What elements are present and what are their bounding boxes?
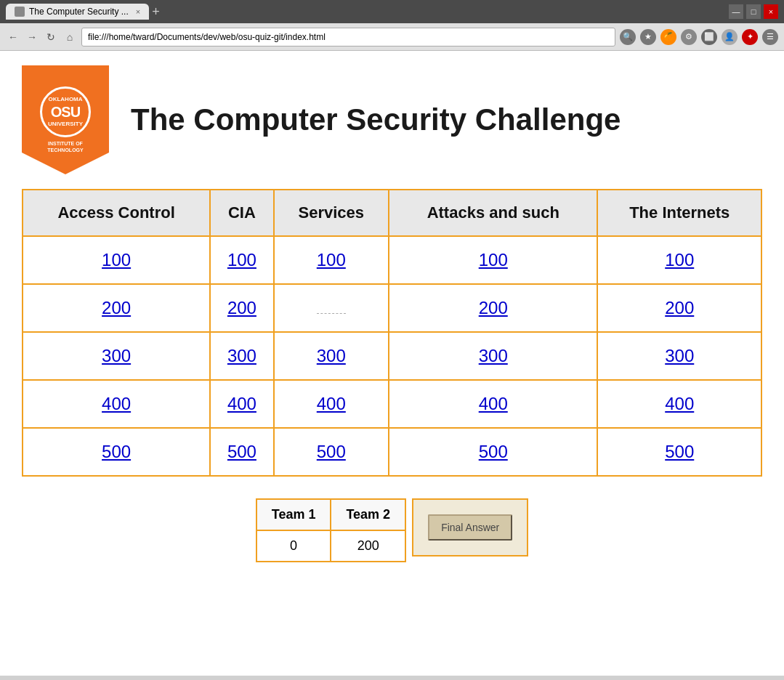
cell-cia-200[interactable]: 200 [210, 284, 273, 332]
osu-logo: OKLAHOMA OSU UNIVERSITY INSTITUTE OF TEC… [22, 65, 109, 174]
link-attacks-400[interactable]: 400 [479, 394, 508, 413]
link-attacks-500[interactable]: 500 [479, 442, 508, 461]
cell-attacks-200[interactable]: 200 [389, 284, 597, 332]
jeopardy-table: Access Control CIA Services Attacks and … [22, 189, 762, 477]
new-tab-button[interactable]: + [152, 4, 160, 20]
cell-services-100[interactable]: 100 [274, 236, 389, 284]
cell-access-control-400[interactable]: 400 [23, 380, 210, 428]
score-row-500: 500500500500500 [23, 428, 761, 476]
browser-tab[interactable]: The Computer Security ... × [6, 4, 149, 20]
link-services-400[interactable]: 400 [317, 394, 346, 413]
browser-toolbar: ← → ↻ ⌂ 🔍 ★ 🍊 ⚙ ⬜ 👤 ✦ ☰ [0, 23, 784, 51]
window-icon[interactable]: ⬜ [701, 29, 717, 45]
category-header-services: Services [274, 190, 389, 236]
link-services-300[interactable]: 300 [317, 346, 346, 365]
link-cia-100[interactable]: 100 [227, 250, 256, 270]
cell-internets-100[interactable]: 100 [597, 236, 761, 284]
tab-close-button[interactable]: × [136, 7, 140, 16]
link-internets-400[interactable]: 400 [665, 394, 694, 413]
final-answer-button[interactable]: Final Answer [428, 514, 512, 541]
addon-icon[interactable]: ✦ [742, 29, 758, 45]
home-button[interactable]: ⌂ [62, 30, 77, 44]
link-access-control-400[interactable]: 400 [102, 394, 131, 413]
link-access-control-300[interactable]: 300 [102, 346, 131, 365]
cell-services-500[interactable]: 500 [274, 428, 389, 476]
cell-access-control-200[interactable]: 200 [23, 284, 210, 332]
menu-icon[interactable]: ☰ [762, 29, 778, 45]
team2-score: 200 [331, 530, 405, 562]
maximize-button[interactable]: □ [746, 4, 761, 19]
bookmark-icon[interactable]: ★ [640, 29, 656, 45]
score-row-400: 400400400400400 [23, 380, 761, 428]
user-icon[interactable]: 🍊 [660, 29, 676, 45]
cell-internets-500[interactable]: 500 [597, 428, 761, 476]
logo-bottom-text: INSTITUTE OF TECHNOLOGY [47, 140, 83, 153]
settings-icon[interactable]: ⚙ [681, 29, 697, 45]
tab-title: The Computer Security ... [29, 7, 129, 17]
link-access-control-200[interactable]: 200 [102, 298, 131, 317]
cell-attacks-100[interactable]: 100 [389, 236, 597, 284]
cell-internets-200[interactable]: 200 [597, 284, 761, 332]
cell-attacks-300[interactable]: 300 [389, 332, 597, 380]
cell-internets-400[interactable]: 400 [597, 380, 761, 428]
cell-cia-100[interactable]: 100 [210, 236, 273, 284]
score-row-100: 100100100100100 [23, 236, 761, 284]
browser-chrome: The Computer Security ... × + — □ × ← → … [0, 0, 784, 51]
cell-attacks-500[interactable]: 500 [389, 428, 597, 476]
minimize-button[interactable]: — [729, 4, 743, 19]
link-services-100[interactable]: 100 [317, 250, 346, 270]
link-access-control-100[interactable]: 100 [102, 250, 131, 270]
cell-cia-500[interactable]: 500 [210, 428, 273, 476]
category-header-cia: CIA [210, 190, 273, 236]
link-attacks-100[interactable]: 100 [479, 250, 508, 270]
page-title: The Computer Security Challenge [131, 102, 621, 137]
teams-table: Team 1 Team 2 0 200 [256, 498, 406, 562]
logo-osu-text: OKLAHOMA OSU UNIVERSITY [48, 96, 83, 127]
cell-services-200 [274, 284, 389, 332]
link-access-control-500[interactable]: 500 [102, 442, 131, 461]
reload-button[interactable]: ↻ [44, 30, 58, 44]
link-services-500[interactable]: 500 [317, 442, 346, 461]
link-attacks-300[interactable]: 300 [479, 346, 508, 365]
cell-access-control-100[interactable]: 100 [23, 236, 210, 284]
cell-cia-300[interactable]: 300 [210, 332, 273, 380]
page-content: OKLAHOMA OSU UNIVERSITY INSTITUTE OF TEC… [0, 51, 784, 676]
link-cia-500[interactable]: 500 [227, 442, 256, 461]
page-header: OKLAHOMA OSU UNIVERSITY INSTITUTE OF TEC… [22, 65, 762, 174]
teams-header-row: Team 1 Team 2 [256, 499, 405, 530]
window-controls: — □ × [729, 4, 778, 19]
link-internets-200[interactable]: 200 [665, 298, 694, 317]
logo-circle: OKLAHOMA OSU UNIVERSITY [40, 86, 91, 137]
forward-button[interactable]: → [25, 30, 39, 44]
browser-titlebar: The Computer Security ... × + — □ × [0, 0, 784, 23]
link-attacks-200[interactable]: 200 [479, 298, 508, 317]
category-header-access-control: Access Control [23, 190, 210, 236]
link-cia-300[interactable]: 300 [227, 346, 256, 365]
score-row-300: 300300300300300 [23, 332, 761, 380]
category-header-row: Access Control CIA Services Attacks and … [23, 190, 761, 236]
cell-internets-300[interactable]: 300 [597, 332, 761, 380]
category-header-internets: The Internets [597, 190, 761, 236]
search-icon[interactable]: 🔍 [620, 29, 636, 45]
cell-attacks-400[interactable]: 400 [389, 380, 597, 428]
team1-header: Team 1 [256, 499, 331, 530]
back-button[interactable]: ← [6, 30, 20, 44]
cell-access-control-300[interactable]: 300 [23, 332, 210, 380]
link-internets-300[interactable]: 300 [665, 346, 694, 365]
cell-cia-400[interactable]: 400 [210, 380, 273, 428]
team1-score: 0 [256, 530, 331, 562]
link-internets-500[interactable]: 500 [665, 442, 694, 461]
score-row-200: 200200200200 [23, 284, 761, 332]
cell-services-300[interactable]: 300 [274, 332, 389, 380]
browser-icons: 🔍 ★ 🍊 ⚙ ⬜ 👤 ✦ ☰ [620, 29, 778, 45]
teams-score-row: 0 200 [256, 530, 405, 562]
close-window-button[interactable]: × [764, 4, 778, 19]
final-answer-area: Final Answer [412, 498, 528, 556]
cell-access-control-500[interactable]: 500 [23, 428, 210, 476]
cell-services-400[interactable]: 400 [274, 380, 389, 428]
address-bar[interactable] [81, 28, 615, 46]
link-internets-100[interactable]: 100 [665, 250, 694, 270]
profile-icon[interactable]: 👤 [722, 29, 737, 45]
link-cia-400[interactable]: 400 [227, 394, 256, 413]
link-cia-200[interactable]: 200 [227, 298, 256, 317]
